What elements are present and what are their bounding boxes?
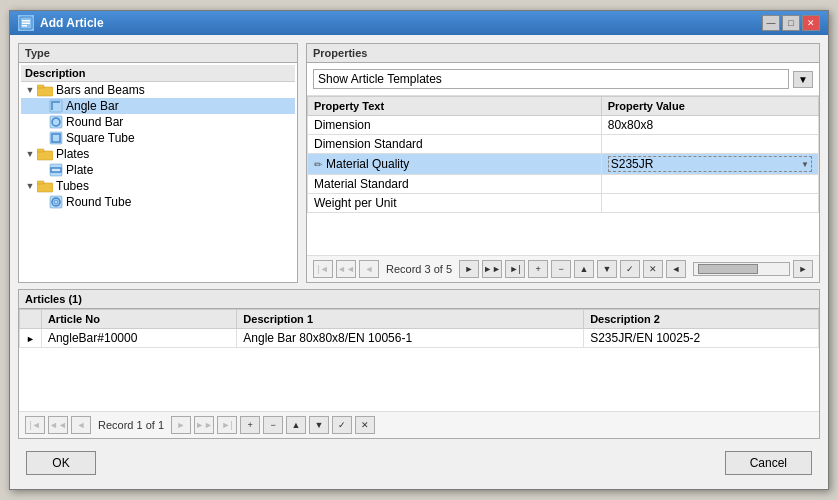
- nav-scroll-left-button[interactable]: ◄: [666, 260, 686, 278]
- art-nav-delete-button[interactable]: −: [263, 416, 283, 434]
- template-dropdown-button[interactable]: ▼: [793, 71, 813, 88]
- nav-next-button[interactable]: ►: [459, 260, 479, 278]
- row-arrow-cell: ►: [20, 329, 42, 348]
- tree-node-plates[interactable]: ▼ Plates: [21, 146, 295, 162]
- props-row[interactable]: Dimension Standard: [308, 135, 819, 154]
- dropdown-arrow-icon[interactable]: ▼: [801, 160, 809, 169]
- prop-value-cell: 80x80x8: [601, 116, 818, 135]
- description2-cell: S235JR/EN 10025-2: [584, 329, 819, 348]
- prop-text-cell: Weight per Unit: [308, 194, 602, 213]
- nav-down-button[interactable]: ▼: [597, 260, 617, 278]
- nav-up-button[interactable]: ▲: [574, 260, 594, 278]
- add-article-dialog: Add Article — □ ✕ Type Description ▼: [9, 10, 829, 490]
- nav-delete-button[interactable]: −: [551, 260, 571, 278]
- tree-node-plate[interactable]: Plate: [21, 162, 295, 178]
- nav-next-page-button[interactable]: ►►: [482, 260, 502, 278]
- nav-cancel-button[interactable]: ✕: [643, 260, 663, 278]
- prop-text-cell: ✏Material Quality: [308, 154, 602, 175]
- article-no-cell: AngleBar#10000: [41, 329, 236, 348]
- tree-toggle-tubes[interactable]: ▼: [23, 179, 37, 193]
- cancel-button[interactable]: Cancel: [725, 451, 812, 475]
- art-nav-down-button[interactable]: ▼: [309, 416, 329, 434]
- prop-value-cell: [601, 194, 818, 213]
- folder-icon-bars: [37, 83, 53, 97]
- leaf-icon-angle-bar: [49, 99, 63, 113]
- col-description2: Description 2: [584, 310, 819, 329]
- dialog-footer: OK Cancel: [18, 445, 820, 481]
- tree-toggle-bars[interactable]: ▼: [23, 83, 37, 97]
- tree-node-square-tube[interactable]: Square Tube: [21, 130, 295, 146]
- table-row[interactable]: ►AngleBar#10000Angle Bar 80x80x8/EN 1005…: [20, 329, 819, 348]
- art-nav-prev-page-button[interactable]: ◄◄: [48, 416, 68, 434]
- folder-icon-tubes: [37, 179, 53, 193]
- round-bar-label: Round Bar: [66, 115, 123, 129]
- props-nav-toolbar: |◄ ◄◄ ◄ Record 3 of 5 ► ►► ►| + − ▲ ▼ ✓ …: [307, 255, 819, 282]
- prop-value-cell[interactable]: S235JR ▼: [601, 154, 818, 175]
- properties-panel: Properties Show Article Templates ▼ Prop…: [306, 43, 820, 283]
- type-panel: Type Description ▼ Bars and Beams: [18, 43, 298, 283]
- articles-record-label: Record 1 of 1: [94, 419, 168, 431]
- tree-area[interactable]: Description ▼ Bars and Beams: [19, 63, 297, 282]
- art-nav-add-button[interactable]: +: [240, 416, 260, 434]
- art-nav-confirm-button[interactable]: ✓: [332, 416, 352, 434]
- nav-add-button[interactable]: +: [528, 260, 548, 278]
- tree-node-tubes[interactable]: ▼ Tubes: [21, 178, 295, 194]
- angle-bar-label: Angle Bar: [66, 99, 119, 113]
- articles-panel-header: Articles (1): [19, 290, 819, 309]
- folder-icon-plates: [37, 147, 53, 161]
- template-select[interactable]: Show Article Templates: [313, 69, 789, 89]
- properties-panel-header: Properties: [307, 44, 819, 63]
- nav-last-button[interactable]: ►|: [505, 260, 525, 278]
- nav-confirm-button[interactable]: ✓: [620, 260, 640, 278]
- art-nav-up-button[interactable]: ▲: [286, 416, 306, 434]
- art-nav-next-page-button[interactable]: ►►: [194, 416, 214, 434]
- minimize-button[interactable]: —: [762, 15, 780, 31]
- template-row: Show Article Templates ▼: [307, 63, 819, 96]
- dialog-title: Add Article: [40, 16, 104, 30]
- svg-rect-1: [22, 20, 30, 22]
- title-bar: Add Article — □ ✕: [10, 11, 828, 35]
- art-nav-cancel-button[interactable]: ✕: [355, 416, 375, 434]
- props-scrollbar-thumb[interactable]: [698, 264, 758, 274]
- nav-first-button[interactable]: |◄: [313, 260, 333, 278]
- nav-prev-page-button[interactable]: ◄◄: [336, 260, 356, 278]
- properties-table: Property Text Property Value Dimension80…: [307, 96, 819, 213]
- tree-node-bars-and-beams[interactable]: ▼ Bars and Beams: [21, 82, 295, 98]
- nav-scroll-right-button[interactable]: ►: [793, 260, 813, 278]
- nav-prev-button[interactable]: ◄: [359, 260, 379, 278]
- art-nav-next-button[interactable]: ►: [171, 416, 191, 434]
- bars-beams-label: Bars and Beams: [56, 83, 145, 97]
- maximize-button[interactable]: □: [782, 15, 800, 31]
- tree-column-header: Description: [21, 65, 295, 82]
- leaf-icon-square-tube: [49, 131, 63, 145]
- svg-rect-3: [22, 25, 27, 27]
- svg-rect-12: [37, 149, 44, 152]
- props-row[interactable]: Weight per Unit: [308, 194, 819, 213]
- svg-rect-16: [37, 181, 44, 184]
- props-row[interactable]: Material Standard: [308, 175, 819, 194]
- plates-label: Plates: [56, 147, 89, 161]
- props-row[interactable]: Dimension80x80x8: [308, 116, 819, 135]
- properties-table-container: Property Text Property Value Dimension80…: [307, 96, 819, 255]
- prop-value-cell: [601, 135, 818, 154]
- tree-node-round-tube[interactable]: Round Tube: [21, 194, 295, 210]
- leaf-icon-round-bar: [49, 115, 63, 129]
- close-button[interactable]: ✕: [802, 15, 820, 31]
- prop-text-cell: Dimension: [308, 116, 602, 135]
- tree-node-round-bar[interactable]: Round Bar: [21, 114, 295, 130]
- dialog-body: Type Description ▼ Bars and Beams: [10, 35, 828, 489]
- tree-toggle-plates[interactable]: ▼: [23, 147, 37, 161]
- svg-rect-14: [51, 168, 61, 172]
- art-nav-prev-button[interactable]: ◄: [71, 416, 91, 434]
- props-record-label: Record 3 of 5: [382, 263, 456, 275]
- articles-nav-toolbar: |◄ ◄◄ ◄ Record 1 of 1 ► ►► ►| + − ▲ ▼ ✓ …: [19, 411, 819, 438]
- tree-node-angle-bar[interactable]: Angle Bar: [21, 98, 295, 114]
- col-property-value: Property Value: [601, 97, 818, 116]
- articles-panel: Articles (1) Article No Description 1 De…: [18, 289, 820, 439]
- art-nav-first-button[interactable]: |◄: [25, 416, 45, 434]
- ok-button[interactable]: OK: [26, 451, 96, 475]
- props-scrollbar[interactable]: [693, 262, 790, 276]
- description1-cell: Angle Bar 80x80x8/EN 10056-1: [237, 329, 584, 348]
- props-row[interactable]: ✏Material Quality S235JR ▼: [308, 154, 819, 175]
- art-nav-last-button[interactable]: ►|: [217, 416, 237, 434]
